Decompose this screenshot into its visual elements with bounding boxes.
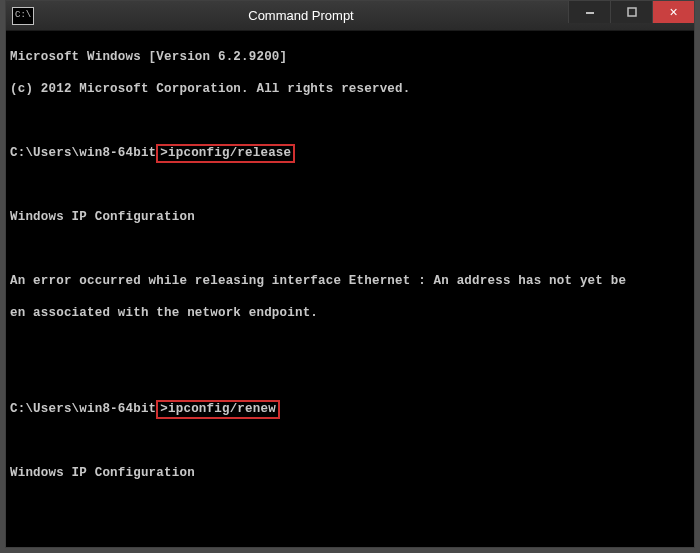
blank-line: [10, 433, 690, 449]
blank-line: [10, 113, 690, 129]
maximize-button[interactable]: [610, 1, 652, 23]
blank-line: [10, 241, 690, 257]
copyright-line: (c) 2012 Microsoft Corporation. All righ…: [10, 81, 690, 97]
svg-rect-1: [628, 8, 636, 16]
blank-line: [10, 177, 690, 193]
window-controls: ×: [568, 1, 694, 30]
error-line-2: en associated with the network endpoint.: [10, 305, 690, 321]
minimize-button[interactable]: [568, 1, 610, 23]
terminal-output[interactable]: Microsoft Windows [Version 6.2.9200] (c)…: [6, 31, 694, 547]
prompt-path: C:\Users\win8-64bit: [10, 146, 156, 160]
blank-line: [10, 369, 690, 385]
highlight-release-cmd: >ipconfig/release: [156, 144, 295, 163]
close-button[interactable]: ×: [652, 1, 694, 23]
titlebar[interactable]: C:\ Command Prompt ×: [6, 1, 694, 31]
command-prompt-window: C:\ Command Prompt × Microsoft Windows […: [5, 0, 695, 548]
prompt-path: C:\Users\win8-64bit: [10, 402, 156, 416]
window-title: Command Prompt: [34, 8, 568, 23]
prompt-release: C:\Users\win8-64bit>ipconfig/release: [10, 145, 690, 161]
cmd-icon: C:\: [12, 7, 34, 25]
blank-line: [10, 529, 690, 545]
ip-config-header: Windows IP Configuration: [10, 465, 690, 481]
ip-config-header: Windows IP Configuration: [10, 209, 690, 225]
highlight-renew-cmd: >ipconfig/renew: [156, 400, 280, 419]
blank-line: [10, 337, 690, 353]
blank-line: [10, 497, 690, 513]
svg-rect-0: [586, 12, 594, 14]
prompt-renew: C:\Users\win8-64bit>ipconfig/renew: [10, 401, 690, 417]
error-line-1: An error occurred while releasing interf…: [10, 273, 690, 289]
version-line: Microsoft Windows [Version 6.2.9200]: [10, 49, 690, 65]
